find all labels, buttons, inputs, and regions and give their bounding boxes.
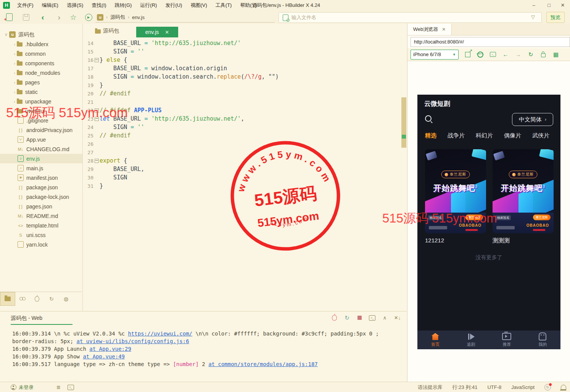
category-tab-精选[interactable]: 精选 bbox=[425, 132, 436, 145]
menu-item-跳转(G)[interactable]: 跳转(G) bbox=[111, 0, 136, 11]
restart-button[interactable]: ↻ bbox=[344, 315, 350, 321]
tree-item-main.js[interactable]: Jmain.js bbox=[0, 163, 82, 173]
code-line-14[interactable]: 14 BASE_URL = 'http://635.jiuzhouw.net/' bbox=[83, 39, 399, 47]
tree-item-package.json[interactable]: [ ]package.json bbox=[0, 182, 82, 192]
code-line-15[interactable]: 15 SIGN = '' bbox=[83, 47, 399, 56]
console-link[interactable]: at uview-ui/libs/config/config.js:6 bbox=[77, 338, 189, 344]
save-button[interactable] bbox=[21, 13, 31, 21]
new-file-button[interactable]: + bbox=[5, 13, 14, 21]
editor-scrollbar[interactable] bbox=[401, 97, 406, 148]
tree-root[interactable]: ∨u源码包 bbox=[0, 30, 82, 39]
open-external-button[interactable] bbox=[464, 51, 471, 58]
browser-forward-button[interactable]: → bbox=[515, 51, 522, 58]
tree-item-node_modules[interactable]: ›node_modules bbox=[0, 68, 82, 77]
menu-item-查找(I)[interactable]: 查找(I) bbox=[87, 0, 110, 11]
breadcrumb-file[interactable]: env.js bbox=[132, 15, 145, 20]
tree-item-.hbuilderx[interactable]: ›.hbuilderx bbox=[0, 39, 82, 49]
category-tab-偶像片[interactable]: 偶像片 bbox=[504, 132, 521, 145]
nav-item-追剧[interactable]: 追剧 bbox=[453, 331, 489, 349]
tree-item-template.html[interactable]: <>template.html bbox=[0, 221, 82, 230]
fold-collapse-icon[interactable] bbox=[95, 58, 99, 62]
console-log-line[interactable]: 16:00:39.517 language type => zh-cn them… bbox=[12, 360, 401, 368]
tree-item-static[interactable]: ›static bbox=[0, 87, 82, 97]
code-line-18[interactable]: 18 SIGN = window.location.search.replace… bbox=[83, 73, 399, 81]
code-line-25[interactable]: 25// #endif bbox=[83, 131, 399, 140]
explorer-tab[interactable] bbox=[0, 292, 15, 306]
console-link[interactable]: at App.vue:49 bbox=[83, 353, 125, 360]
settings-button[interactable] bbox=[477, 51, 484, 58]
url-input[interactable]: http://localhost:8080/#/ bbox=[411, 37, 570, 47]
console-log-line[interactable]: 16:00:39.314 \n %c uView V2.0.34 %c http… bbox=[12, 330, 401, 345]
close-tab-icon[interactable]: ✕ bbox=[165, 29, 169, 35]
devtools-button[interactable]: >_ bbox=[489, 51, 496, 58]
file-search-input[interactable]: 输入文件名 bbox=[279, 12, 542, 23]
nav-item-首页[interactable]: 首页 bbox=[417, 331, 453, 349]
console-tab[interactable]: 源码包 - Web bbox=[11, 315, 42, 322]
tree-item-yarn.lock[interactable]: yarn.lock bbox=[0, 240, 82, 249]
browser-reload-button[interactable]: ↻ bbox=[527, 51, 534, 58]
menu-item-文件(F)[interactable]: 文件(F) bbox=[13, 0, 38, 11]
code-line-24[interactable]: 24 SIGN = '' bbox=[83, 123, 399, 131]
search-view-tab[interactable] bbox=[15, 292, 30, 305]
console-log-line[interactable]: 16:00:39.379 App Launch at App.vue:29 bbox=[12, 345, 401, 353]
notification-bell-icon[interactable] bbox=[561, 385, 566, 390]
sync-view-tab[interactable]: ↻ bbox=[44, 292, 59, 305]
web-browser-tab[interactable]: Web浏览器 ✕ bbox=[407, 24, 452, 35]
drama-card[interactable]: 泰兰尼斯开始跳舞吧3独家冠名泰兰尼斯OBAOBAO测测测 bbox=[493, 149, 554, 244]
device-select[interactable]: iPhone 6/7/8 ▼ bbox=[411, 50, 459, 60]
clear-console-button[interactable]: ✕↓ bbox=[394, 315, 401, 321]
menu-item-视图(V)[interactable]: 视图(V) bbox=[186, 0, 211, 11]
code-line-19[interactable]: 19} bbox=[83, 81, 399, 89]
favorite-button[interactable]: ☆ bbox=[69, 13, 78, 21]
code-line-20[interactable]: 20// #endif bbox=[83, 89, 399, 98]
menu-item-运行(R)[interactable]: 运行(R) bbox=[136, 0, 161, 11]
nav-item-我的[interactable]: 我的 bbox=[525, 331, 560, 349]
console-log-list[interactable]: 16:00:39.314 \n %c uView V2.0.34 %c http… bbox=[12, 330, 401, 368]
code-line-22[interactable]: 22// #ifdef APP-PLUS bbox=[83, 106, 399, 115]
fold-collapse-icon[interactable] bbox=[95, 159, 99, 163]
tree-item-androidPrivacy.json[interactable]: [ ]androidPrivacy.json bbox=[0, 125, 82, 135]
debug-button[interactable] bbox=[331, 315, 338, 321]
browser-back-button[interactable]: ← bbox=[502, 51, 509, 58]
qr-code-button[interactable]: ▦ bbox=[552, 51, 559, 58]
stop-button[interactable] bbox=[356, 315, 363, 321]
terminal-icon[interactable]: >_ bbox=[68, 385, 74, 390]
task-list-icon[interactable]: ≣ bbox=[56, 384, 61, 390]
tree-item-env.js[interactable]: Jenv.js bbox=[0, 154, 82, 163]
login-status[interactable]: 未登录 bbox=[19, 384, 34, 391]
lock-button[interactable] bbox=[540, 51, 547, 58]
category-tab-科幻片[interactable]: 科幻片 bbox=[476, 132, 493, 145]
back-button[interactable]: ‹ bbox=[38, 13, 47, 21]
tree-item-pages[interactable]: ›pages bbox=[0, 77, 82, 87]
tree-item-components[interactable]: ›components bbox=[0, 58, 82, 68]
web-view-tab[interactable]: ◍ bbox=[59, 292, 73, 305]
collapse-panel-button[interactable]: ∧ bbox=[382, 315, 388, 321]
code-line-23[interactable]: 23let BASE_URL = 'http://635.jiuzhouw.ne… bbox=[83, 115, 399, 123]
filter-icon[interactable]: ▽ bbox=[531, 14, 536, 19]
category-tab-战争片[interactable]: 战争片 bbox=[448, 132, 465, 145]
preview-button[interactable]: 预览 bbox=[546, 12, 565, 23]
console-link[interactable]: at common/store/modules/app.js:187 bbox=[208, 361, 318, 367]
tree-item-manifest.json[interactable]: ✱manifest.json bbox=[0, 173, 82, 182]
code-line-17[interactable]: 17 BASE_URL = window.location.origin bbox=[83, 64, 399, 73]
code-line-16[interactable]: 16} else { bbox=[83, 56, 399, 64]
debug-view-tab[interactable] bbox=[30, 292, 44, 305]
drama-card[interactable]: 泰兰尼斯开始跳舞吧3独家冠名泰兰尼斯OBAOBAO121212 bbox=[425, 149, 486, 244]
update-button[interactable]: ↻ bbox=[544, 384, 551, 390]
language-selector[interactable]: 中文简体 › bbox=[512, 113, 553, 126]
search-icon[interactable] bbox=[425, 115, 432, 122]
tree-item-uni.scss[interactable]: Suni.scss bbox=[0, 230, 82, 240]
console-log-line[interactable]: 16:00:39.379 App Show at App.vue:49 bbox=[12, 353, 401, 360]
maximize-button[interactable]: □ bbox=[543, 0, 555, 11]
console-link[interactable]: https://uviewui.com/ bbox=[128, 331, 192, 337]
close-tab-icon[interactable]: ✕ bbox=[442, 27, 446, 32]
tree-item-common[interactable]: ›common bbox=[0, 49, 82, 58]
menu-item-选择(S)[interactable]: 选择(S) bbox=[63, 0, 87, 11]
category-tab-武侠片[interactable]: 武侠片 bbox=[532, 132, 549, 145]
nav-item-推荐[interactable]: 推荐 bbox=[489, 331, 525, 349]
close-button[interactable]: ✕ bbox=[557, 0, 568, 11]
menu-item-编辑(E)[interactable]: 编辑(E) bbox=[38, 0, 63, 11]
minimize-button[interactable]: – bbox=[528, 0, 539, 11]
code-line-21[interactable]: 21 bbox=[83, 98, 399, 106]
tree-item-package-lock.json[interactable]: [ ]package-lock.json bbox=[0, 192, 82, 202]
